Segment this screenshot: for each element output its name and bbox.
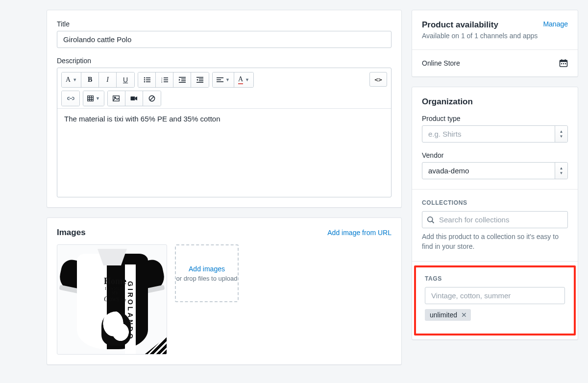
- rte-link-button[interactable]: [62, 91, 79, 106]
- add-images-dropzone[interactable]: Add images or drop files to upload: [175, 244, 239, 302]
- rte-text-color-button[interactable]: A▼: [234, 72, 253, 87]
- svg-rect-1: [146, 77, 150, 78]
- product-availability-card: Product availability Available on 1 of 1…: [412, 10, 578, 77]
- svg-point-2: [144, 79, 145, 81]
- title-label: Title: [57, 20, 392, 28]
- svg-rect-7: [164, 77, 168, 78]
- product-type-label: Product type: [422, 115, 568, 122]
- svg-rect-15: [181, 80, 186, 81]
- svg-rect-18: [199, 79, 203, 80]
- svg-rect-17: [196, 77, 203, 78]
- images-heading: Images: [57, 228, 86, 238]
- rte-bold-button[interactable]: B: [81, 72, 99, 87]
- svg-rect-16: [179, 82, 186, 83]
- rte-underline-button[interactable]: U: [117, 72, 134, 87]
- title-description-card: Title Description A▼ B I U: [47, 10, 402, 208]
- svg-marker-34: [135, 96, 137, 100]
- product-type-stepper[interactable]: ▲▼: [555, 126, 567, 142]
- tags-input[interactable]: [425, 287, 565, 304]
- svg-rect-11: [164, 81, 168, 82]
- svg-rect-12: [179, 77, 186, 78]
- add-image-from-url-link[interactable]: Add image from URL: [327, 229, 392, 237]
- add-images-link[interactable]: Add images: [189, 265, 225, 273]
- svg-rect-42: [563, 63, 564, 64]
- search-icon: [427, 216, 435, 224]
- vendor-input[interactable]: [422, 162, 568, 179]
- tag-chip-label: unlimited: [430, 311, 457, 319]
- svg-point-4: [144, 81, 145, 83]
- availability-heading: Product availability: [422, 20, 538, 30]
- rte-clear-format-button[interactable]: [143, 91, 161, 106]
- svg-rect-9: [164, 79, 168, 80]
- title-input[interactable]: [57, 31, 392, 48]
- svg-rect-33: [130, 96, 135, 100]
- collections-heading: COLLECTIONS: [422, 199, 568, 206]
- organization-heading: Organization: [422, 97, 568, 107]
- rte-align-button[interactable]: ▼: [213, 72, 234, 87]
- tags-heading: TAGS: [425, 275, 565, 282]
- svg-rect-21: [196, 82, 203, 83]
- svg-rect-13: [181, 79, 186, 80]
- manage-availability-link[interactable]: Manage: [543, 20, 568, 28]
- vendor-stepper[interactable]: ▲▼: [555, 163, 567, 179]
- description-label: Description: [57, 57, 392, 65]
- rte-html-button[interactable]: <>: [369, 72, 387, 87]
- rte-body[interactable]: The material is tixi with 65% PE and 35%…: [57, 109, 391, 197]
- product-type-input[interactable]: [422, 125, 568, 143]
- rte-indent-button[interactable]: [191, 72, 209, 87]
- channel-online-store: Online Store: [422, 59, 460, 67]
- svg-rect-40: [565, 59, 566, 61]
- polo-graphic-text: Home IS WHERE MY Cows are: [101, 276, 129, 303]
- product-image-thumbnail[interactable]: GIROLANDO Home IS WHERE MY Cows are: [57, 244, 167, 355]
- calendar-icon[interactable]: [559, 59, 568, 68]
- tags-section-highlight: TAGS unlimited ✕: [414, 265, 576, 335]
- svg-marker-19: [196, 79, 198, 81]
- rte-table-button[interactable]: ▼: [83, 91, 104, 106]
- svg-rect-39: [562, 59, 563, 61]
- vendor-label: Vendor: [422, 151, 568, 159]
- collections-hint: Add this product to a collection so it's…: [422, 232, 568, 251]
- svg-marker-14: [179, 79, 180, 81]
- svg-rect-3: [146, 79, 150, 80]
- svg-point-0: [144, 77, 145, 79]
- rte-italic-button[interactable]: I: [99, 72, 117, 87]
- rte-video-button[interactable]: [125, 91, 143, 106]
- svg-rect-5: [146, 81, 150, 82]
- rte-font-style-button[interactable]: A▼: [62, 72, 81, 87]
- svg-rect-43: [565, 63, 566, 64]
- rte-bullet-list-button[interactable]: [138, 72, 156, 87]
- rte-outdent-button[interactable]: [173, 72, 191, 87]
- svg-text:3: 3: [161, 81, 163, 83]
- organization-card: Organization Product type ▲▼ Vendor ▲▼ C…: [412, 87, 578, 340]
- images-card: Images Add image from URL GIROLANDO Home: [47, 217, 402, 365]
- svg-point-44: [428, 216, 433, 221]
- tag-chip: unlimited ✕: [425, 309, 471, 321]
- rich-text-editor: A▼ B I U 123: [57, 68, 392, 197]
- svg-line-36: [150, 96, 154, 100]
- collections-search-input[interactable]: [422, 211, 568, 228]
- svg-rect-24: [217, 81, 223, 82]
- tag-remove-icon[interactable]: ✕: [461, 311, 467, 318]
- svg-line-45: [432, 221, 434, 223]
- svg-rect-20: [199, 80, 203, 81]
- dropzone-hint: or drop files to upload: [176, 275, 237, 282]
- availability-sub: Available on 1 of 1 channels and apps: [422, 32, 538, 40]
- svg-rect-23: [217, 79, 221, 80]
- rte-image-button[interactable]: [108, 91, 125, 106]
- svg-rect-38: [560, 60, 567, 62]
- svg-rect-41: [561, 63, 562, 64]
- svg-rect-22: [217, 77, 223, 78]
- svg-rect-26: [88, 96, 94, 101]
- rte-number-list-button[interactable]: 123: [156, 72, 173, 87]
- rte-toolbar: A▼ B I U 123: [57, 68, 391, 109]
